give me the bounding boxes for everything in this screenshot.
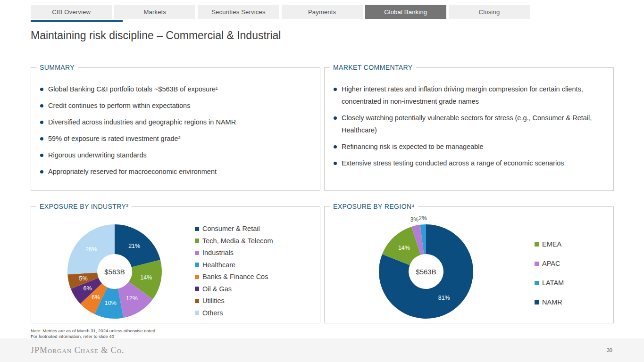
legend-swatch bbox=[195, 251, 199, 255]
market-commentary-panel: MARKET COMMENTARY Higher interest rates … bbox=[324, 67, 614, 191]
legend-swatch bbox=[195, 299, 199, 303]
bullet-item: Rigorous underwriting standards bbox=[40, 149, 310, 161]
tab-bar: CIB OverviewMarketsSecurities ServicesPa… bbox=[31, 5, 530, 19]
footer-bar: JPMorgan Chase & Co. 30 bbox=[0, 338, 644, 362]
jpmorgan-logo: JPMorgan Chase & Co. bbox=[31, 346, 125, 355]
legend-item-healthcare: Healthcare bbox=[195, 261, 273, 269]
legend-item-others: Others bbox=[195, 309, 273, 317]
percent-label: 21% bbox=[128, 243, 140, 249]
legend-label: NAMR bbox=[542, 298, 562, 306]
percent-label: 5% bbox=[79, 275, 88, 282]
legend-label: Banks & Finance Cos bbox=[202, 273, 268, 280]
industry-chart-panel: EXPOSURE BY INDUSTRY³ 21%14%12%10%6%6%5%… bbox=[31, 206, 320, 323]
percent-label: 81% bbox=[438, 295, 450, 301]
percent-label: 6% bbox=[84, 285, 92, 292]
legend-item-banks-finance-cos: Banks & Finance Cos bbox=[195, 272, 273, 281]
legend-item-namr: NAMR bbox=[535, 298, 564, 306]
percent-label: 2% bbox=[418, 215, 427, 222]
market-commentary-heading: MARKET COMMENTARY bbox=[330, 64, 416, 71]
legend-item-consumer-retail: Consumer & Retail bbox=[195, 224, 273, 233]
active-section-underline bbox=[31, 20, 123, 22]
legend-swatch bbox=[195, 263, 199, 267]
legend-label: Others bbox=[202, 309, 223, 317]
page-number: 30 bbox=[607, 347, 612, 353]
industry-donut-chart: 21%14%12%10%6%6%5%26%$563B bbox=[56, 213, 174, 330]
summary-heading: SUMMARY bbox=[36, 64, 78, 71]
percent-label: 26% bbox=[85, 246, 97, 253]
tab-markets[interactable]: Markets bbox=[114, 5, 195, 19]
legend-swatch bbox=[195, 311, 199, 315]
bullet-item: Higher interest rates and inflation driv… bbox=[334, 83, 604, 107]
legend-item-utilities: Utilities bbox=[195, 296, 273, 305]
legend-label: Healthcare bbox=[202, 261, 235, 269]
legend-swatch bbox=[195, 275, 199, 279]
tab-closing[interactable]: Closing bbox=[449, 5, 530, 19]
legend-label: Utilities bbox=[202, 297, 225, 304]
legend-swatch bbox=[535, 281, 539, 285]
bullet-item: Closely watching potentially vulnerable … bbox=[334, 112, 604, 136]
legend-swatch bbox=[535, 262, 539, 266]
bullet-item: Refinancing risk is expected to be manag… bbox=[334, 140, 604, 153]
top-panels-row: SUMMARY Global Banking C&I portfolio tot… bbox=[31, 67, 614, 191]
legend-item-oil-gas: Oil & Gas bbox=[195, 285, 273, 293]
tab-cib-overview[interactable]: CIB Overview bbox=[31, 5, 112, 19]
legend-item-tech-media-telecom: Tech, Media & Telecom bbox=[195, 237, 273, 245]
footnotes: Note: Metrics are as of March 31, 2024 u… bbox=[31, 328, 155, 339]
percent-label: 14% bbox=[140, 274, 152, 281]
legend-swatch bbox=[195, 287, 199, 291]
note-line: Note: Metrics are as of March 31, 2024 u… bbox=[31, 328, 155, 334]
legend-label: Oil & Gas bbox=[202, 285, 232, 293]
region-chart-legend: EMEAAPACLATAMNAMR bbox=[535, 240, 564, 317]
legend-item-latam: LATAM bbox=[535, 279, 564, 287]
percent-label: 3% bbox=[410, 216, 419, 223]
legend-swatch bbox=[535, 242, 539, 247]
legend-label: APAC bbox=[542, 260, 560, 267]
bullet-item: 59% of exposure is rated investment grad… bbox=[40, 132, 310, 145]
tab-global-banking[interactable]: Global Banking bbox=[365, 5, 446, 19]
legend-item-emea: EMEA bbox=[535, 240, 564, 248]
legend-label: Industrials bbox=[202, 249, 234, 256]
percent-label: 14% bbox=[398, 245, 410, 251]
slide: CIB OverviewMarketsSecurities ServicesPa… bbox=[0, 0, 644, 362]
percent-label: 6% bbox=[92, 294, 100, 301]
legend-swatch bbox=[195, 227, 199, 231]
bullet-item: Extensive stress testing conducted acros… bbox=[334, 157, 604, 169]
donut-center-label: $563B bbox=[416, 268, 436, 276]
percent-label: 10% bbox=[105, 300, 117, 306]
legend-item-apac: APAC bbox=[535, 259, 564, 268]
legend-swatch bbox=[535, 300, 539, 304]
legend-label: Tech, Media & Telecom bbox=[202, 237, 273, 245]
legend-label: Consumer & Retail bbox=[202, 225, 260, 232]
bullet-item: Diversified across industries and geogra… bbox=[40, 116, 310, 128]
page-title: Maintaining risk discipline – Commercial… bbox=[31, 29, 281, 42]
bullet-item: Global Banking C&I portfolio totals ~$56… bbox=[40, 83, 310, 95]
industry-chart-heading: EXPOSURE BY INDUSTRY³ bbox=[36, 203, 132, 210]
donut-center-label: $563B bbox=[104, 268, 125, 276]
legend-label: LATAM bbox=[542, 279, 564, 287]
tab-payments[interactable]: Payments bbox=[282, 5, 363, 19]
region-chart-panel: EXPOSURE BY REGION⁴ 81%14%3%2%$563B EMEA… bbox=[324, 206, 614, 323]
bullet-item: Appropriately reserved for macroeconomic… bbox=[40, 165, 310, 178]
market-commentary-bullet-list: Higher interest rates and inflation driv… bbox=[325, 68, 613, 169]
bullet-item: Credit continues to perform within expec… bbox=[40, 99, 310, 112]
summary-bullet-list: Global Banking C&I portfolio totals ~$56… bbox=[31, 68, 320, 178]
chart-panels-row: EXPOSURE BY INDUSTRY³ 21%14%12%10%6%6%5%… bbox=[31, 206, 614, 323]
legend-label: EMEA bbox=[542, 240, 561, 248]
industry-chart-legend: Consumer & RetailTech, Media & TelecomIn… bbox=[195, 224, 273, 321]
legend-item-industrials: Industrials bbox=[195, 248, 273, 257]
percent-label: 12% bbox=[126, 295, 138, 302]
legend-swatch bbox=[195, 239, 199, 243]
region-chart-heading: EXPOSURE BY REGION⁴ bbox=[330, 203, 418, 210]
summary-panel: SUMMARY Global Banking C&I portfolio tot… bbox=[31, 67, 320, 191]
tab-securities-services[interactable]: Securities Services bbox=[198, 5, 279, 19]
region-donut-chart: 81%14%3%2%$563B bbox=[367, 213, 485, 330]
